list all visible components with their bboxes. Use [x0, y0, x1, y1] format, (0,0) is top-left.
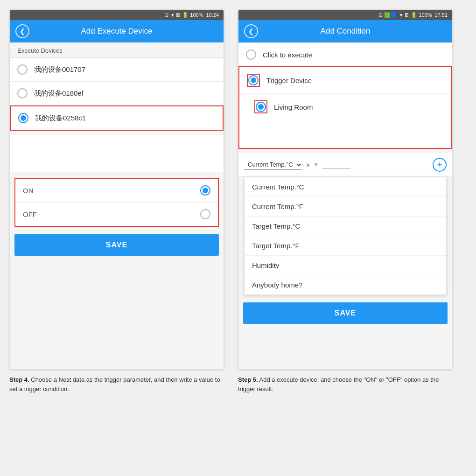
device-item-1[interactable]: 我的设备001707 [10, 57, 224, 82]
right-conditions-section: Click to execute Trigger Device [238, 42, 452, 149]
radio-inner-trigger [251, 77, 256, 83]
right-status-bar: ⊡ 🟩🟦 ▾ 🖹 🔋 100% 17:51 [238, 10, 452, 20]
right-app-header: ❮ Add Condition [238, 20, 452, 42]
left-phone-screen: ⊡ ▾ 🖹 🔋 100% 10:24 ❮ Add Execute Device … [9, 9, 224, 370]
radio-living-room[interactable] [256, 102, 266, 112]
device-label-3: 我的设备0258c1 [35, 114, 86, 123]
left-back-button[interactable]: ❮ [15, 24, 29, 38]
condition-selector-row: Current Temp.°C Current Temp.°F Target T… [238, 149, 452, 177]
condition-value-input[interactable] [322, 161, 350, 168]
right-screen-content: Click to execute Trigger Device [238, 42, 452, 369]
right-header-title: Add Condition [258, 27, 433, 36]
right-status-icons: ⊡ 🟩🟦 [378, 12, 397, 18]
right-phone-screen: ⊡ 🟩🟦 ▾ 🖹 🔋 100% 17:51 ❮ Add Condition [238, 9, 453, 370]
device-item-2[interactable]: 我的设备0180ef [10, 82, 224, 105]
left-caption: Step 4. Choose a Nest data as the trigge… [9, 375, 224, 393]
left-back-arrow-icon: ❮ [20, 28, 25, 35]
left-section-label: Execute Devices [10, 42, 224, 57]
right-time: 17:51 [434, 12, 448, 18]
onoff-box: ON OFF [14, 178, 219, 227]
left-wifi-icon: ▾ 🖹 🔋 100% [171, 12, 203, 18]
trigger-device-box: Trigger Device Living Room [238, 66, 452, 149]
living-room-item[interactable]: Living Room [239, 94, 451, 120]
radio-device-2[interactable] [17, 88, 28, 98]
screens-row: ⊡ ▾ 🖹 🔋 100% 10:24 ❮ Add Execute Device … [9, 9, 467, 370]
menu-item-humidity[interactable]: Humidity [245, 256, 446, 275]
left-device-list: 我的设备001707 我的设备0180ef 我的设备0258c1 [10, 57, 224, 131]
radio-inner-on [203, 188, 208, 193]
on-label: ON [23, 187, 34, 195]
trigger-device-item[interactable]: Trigger Device [239, 67, 451, 93]
radio-trigger-device[interactable] [248, 75, 259, 85]
right-caption-step: Step 5. [238, 376, 258, 383]
click-to-execute-item[interactable]: Click to execute [238, 43, 452, 66]
radio-click-execute[interactable] [246, 49, 256, 60]
device-label-2: 我的设备0180ef [34, 89, 84, 98]
menu-item-anybody-home[interactable]: Anybody home? [245, 275, 446, 294]
off-label: OFF [23, 210, 37, 218]
living-room-empty [239, 120, 451, 148]
radio-device-3[interactable] [18, 113, 28, 123]
right-caption-text: Add a execute device, and choose the "ON… [238, 376, 439, 392]
condition-type-dropdown[interactable]: Current Temp.°C Current Temp.°F Target T… [244, 160, 302, 170]
living-room-label: Living Room [274, 103, 313, 111]
captions-row: Step 4. Choose a Nest data as the trigge… [9, 375, 467, 393]
left-app-header: ❮ Add Execute Device [10, 20, 224, 42]
radio-device-1[interactable] [17, 64, 28, 75]
menu-item-current-temp-f[interactable]: Current Temp.°F [245, 197, 446, 217]
trigger-device-radio-box [247, 74, 260, 87]
right-back-button[interactable]: ❮ [244, 24, 258, 38]
left-caption-text: Choose a Nest data as the trigger parame… [9, 376, 220, 392]
click-to-execute-label: Click to execute [263, 51, 312, 59]
plus-icon: + [437, 160, 442, 170]
right-caption: Step 5. Add a execute device, and choose… [238, 375, 453, 393]
radio-inner-living-room [258, 104, 264, 110]
on-item[interactable]: ON [15, 179, 218, 202]
device-label-1: 我的设备001707 [34, 65, 85, 74]
left-time: 10:24 [206, 12, 219, 18]
right-back-arrow-icon: ❮ [248, 28, 254, 35]
living-room-radio-box [254, 100, 267, 113]
radio-on[interactable] [200, 185, 210, 196]
off-item[interactable]: OFF [15, 202, 218, 226]
device-item-3[interactable]: 我的设备0258c1 [10, 105, 224, 131]
comparison-operator: ≥ [306, 161, 309, 168]
left-status-bar: ⊡ ▾ 🖹 🔋 100% 10:24 [10, 10, 224, 20]
right-save-button[interactable]: SAVE [243, 302, 448, 324]
radio-inner-device-3 [21, 115, 26, 121]
left-status-icons: ⊡ [164, 12, 168, 18]
menu-item-target-temp-f[interactable]: Target Temp.°F [245, 236, 446, 256]
living-room-row: Living Room [239, 93, 451, 148]
right-wifi-icon: ▾ 🖹 🔋 100% [400, 12, 432, 18]
radio-off[interactable] [200, 209, 210, 219]
left-caption-step: Step 4. [9, 376, 29, 383]
menu-item-current-temp-c[interactable]: Current Temp.°C [245, 177, 446, 197]
trigger-device-label: Trigger Device [266, 77, 312, 84]
left-empty-area [10, 135, 224, 172]
left-header-title: Add Execute Device [29, 27, 204, 36]
dropdown-arrow-icon: ▼ [313, 161, 319, 168]
left-screen-content: Execute Devices 我的设备001707 我的设备0180ef [10, 42, 224, 369]
dropdown-menu: Current Temp.°C Current Temp.°F Target T… [244, 177, 447, 295]
page-container: ⊡ ▾ 🖹 🔋 100% 10:24 ❮ Add Execute Device … [9, 9, 467, 393]
menu-item-target-temp-c[interactable]: Target Temp.°C [245, 217, 446, 236]
left-save-button[interactable]: SAVE [14, 234, 219, 256]
add-condition-button[interactable]: + [433, 158, 447, 172]
